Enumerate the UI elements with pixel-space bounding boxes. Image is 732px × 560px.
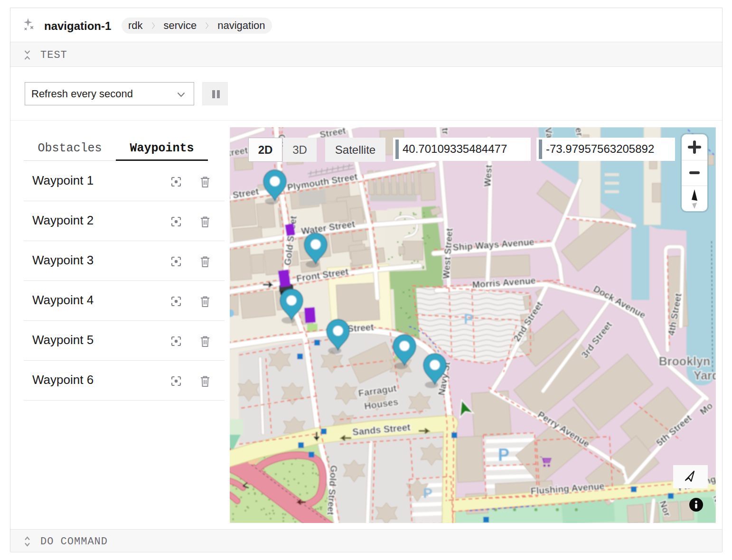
svg-text:P: P xyxy=(423,485,432,501)
svg-text:P: P xyxy=(464,311,473,327)
svg-text:Brooklyn: Brooklyn xyxy=(659,355,710,368)
svg-text:West: West xyxy=(482,164,494,187)
svg-text:P: P xyxy=(498,445,509,465)
svg-text:Yard: Yard xyxy=(694,369,716,382)
svg-text:tr: tr xyxy=(440,127,451,135)
